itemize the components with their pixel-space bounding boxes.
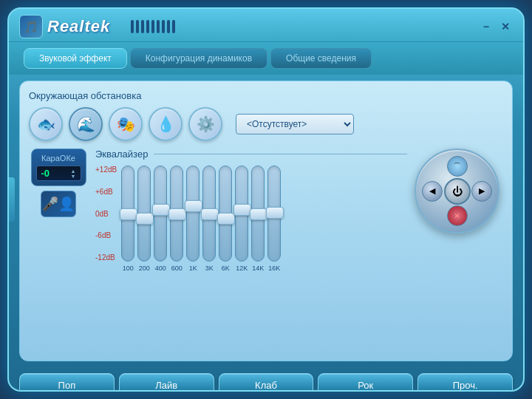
eq-slider-track-6K[interactable] (219, 166, 232, 262)
title-dot (162, 20, 165, 33)
env-dropdown: <Отсутствует> (236, 114, 503, 134)
eq-slider-track-100[interactable] (121, 166, 134, 262)
title-dot (146, 20, 149, 33)
db-label-0: 0dB (95, 210, 117, 218)
control-orb: ⌒ ◀ ⏻ ▶ ✕ (415, 149, 499, 233)
eq-freq-label-1K: 1K (189, 265, 197, 272)
env-icon-wave[interactable]: 🌊 (69, 107, 103, 141)
preset-live[interactable]: Лайв (119, 373, 214, 392)
orb-right-button[interactable]: ▶ (471, 181, 492, 202)
title-dot (131, 20, 134, 33)
orb-top-button[interactable]: ⌒ (447, 156, 468, 177)
eq-slider-thumb-16K (266, 207, 284, 219)
window-controls: − ✕ (480, 21, 513, 33)
tab-speaker-config[interactable]: Конфигурация динамиков (130, 48, 267, 69)
eq-slider-thumb-3K (201, 208, 219, 220)
eq-slider-col: 3K (202, 166, 216, 272)
karaoke-label: КараОКе (36, 154, 81, 163)
preset-club[interactable]: Клаб (219, 373, 314, 392)
spin-up[interactable]: ▲ (71, 168, 76, 174)
title-dot (167, 20, 170, 33)
karaoke-spinner: ▲ ▼ (71, 168, 76, 179)
title-left: 🎵 Realtek (19, 15, 175, 38)
eq-slider-track-1K[interactable] (186, 166, 200, 262)
db-label-12: +12dB (95, 166, 117, 174)
main-content: Окружающая обстановка 🐟 🌊 🎭 💧 ⚙️ <Отсутс… (19, 81, 513, 361)
env-icon-gear[interactable]: ⚙️ (188, 107, 222, 141)
eq-left: КараОКе -0 ▲ ▼ 🎤👤 (29, 149, 88, 272)
env-icons-row: 🐟 🌊 🎭 💧 ⚙️ <Отсутствует> (29, 107, 503, 141)
eq-slider-track-200[interactable] (137, 166, 151, 262)
env-icon-water[interactable]: 💧 (149, 107, 183, 141)
realtek-logo: 🎵 Realtek (19, 15, 110, 38)
logo-icon: 🎵 (19, 15, 43, 38)
karaoke-value-box: -0 ▲ ▼ (36, 166, 81, 181)
eq-slider-thumb-6K (217, 213, 235, 225)
db-label-neg6: -6dB (95, 231, 117, 239)
minimize-button[interactable]: − (480, 21, 492, 33)
eq-freq-label-6K: 6K (222, 265, 230, 272)
app-window: 🎵 Realtek − ✕ Звуковой эффект Конфигурац… (7, 7, 525, 392)
env-icon-theater[interactable]: 🎭 (109, 107, 143, 141)
preset-rock[interactable]: Рок (318, 373, 413, 392)
eq-freq-label-14K: 14K (252, 265, 264, 272)
title-dot (151, 20, 154, 33)
eq-freq-label-12K: 12K (236, 265, 248, 272)
env-label: Окружающая обстановка (29, 90, 503, 101)
eq-slider-track-16K[interactable] (267, 166, 281, 262)
preset-pop[interactable]: Поп (19, 373, 115, 392)
eq-sliders-container: 1002004006001K3K6K12K14K16K (121, 166, 281, 272)
eq-slider-thumb-100 (120, 208, 137, 220)
eq-slider-col: 200 (137, 166, 151, 272)
eq-header: Эквалайзер (95, 149, 407, 160)
eq-main: Эквалайзер +12dB +6dB 0dB -6dB -12dB 100… (95, 149, 407, 272)
eq-freq-label-200: 200 (139, 265, 150, 272)
eq-slider-col: 100 (121, 166, 134, 272)
tab-bar: Звуковой эффект Конфигурация динамиков О… (9, 42, 523, 75)
env-icon-fish[interactable]: 🐟 (29, 107, 63, 141)
eq-slider-col: 1K (186, 166, 200, 272)
tab-sound-effect[interactable]: Звуковой эффект (24, 48, 127, 69)
orb-bottom-button[interactable]: ✕ (447, 205, 468, 226)
eq-slider-track-14K[interactable] (251, 166, 265, 262)
eq-slider-col: 14K (251, 166, 265, 272)
logo-text: Realtek (47, 17, 110, 36)
eq-slider-thumb-12K (233, 204, 251, 216)
spin-down[interactable]: ▼ (71, 174, 76, 179)
close-button[interactable]: ✕ (498, 21, 513, 33)
env-select[interactable]: <Отсутствует> (236, 114, 354, 134)
karaoke-avatar: 🎤👤 (41, 191, 76, 217)
title-bar: 🎵 Realtek − ✕ (9, 9, 523, 42)
db-label-6: +6dB (95, 188, 117, 196)
tab-general-info[interactable]: Общие сведения (270, 48, 372, 69)
eq-slider-col: 400 (154, 166, 167, 272)
eq-label: Эквалайзер (95, 149, 148, 160)
title-dots (131, 20, 175, 33)
karaoke-value: -0 (41, 168, 50, 179)
title-dot (136, 20, 139, 33)
eq-slider-track-600[interactable] (170, 166, 183, 262)
eq-slider-col: 600 (170, 166, 183, 272)
side-handle (9, 177, 15, 222)
eq-slider-thumb-400 (152, 204, 170, 216)
env-section: Окружающая обстановка 🐟 🌊 🎭 💧 ⚙️ <Отсутс… (29, 90, 503, 141)
title-dot (141, 20, 144, 33)
eq-slider-col: 12K (235, 166, 248, 272)
eq-section: КараОКе -0 ▲ ▼ 🎤👤 Эквалайзер (29, 149, 503, 272)
eq-slider-thumb-200 (136, 213, 154, 225)
title-dot (172, 20, 175, 33)
eq-area: +12dB +6dB 0dB -6dB -12dB 1002004006001K… (95, 166, 407, 272)
preset-misc[interactable]: Проч. (417, 373, 513, 392)
eq-freq-label-16K: 16K (268, 265, 280, 272)
eq-slider-track-3K[interactable] (202, 166, 216, 262)
db-label-neg12: -12dB (95, 253, 117, 262)
eq-freq-label-600: 600 (171, 265, 183, 272)
orb-power-button[interactable]: ⏻ (444, 178, 471, 205)
eq-slider-col: 16K (267, 166, 281, 272)
orb-left-button[interactable]: ◀ (422, 181, 443, 202)
eq-slider-col: 6K (219, 166, 232, 272)
eq-line (154, 154, 407, 154)
eq-freq-label-3K: 3K (205, 265, 214, 272)
eq-slider-track-12K[interactable] (235, 166, 248, 262)
eq-slider-track-400[interactable] (154, 166, 167, 262)
